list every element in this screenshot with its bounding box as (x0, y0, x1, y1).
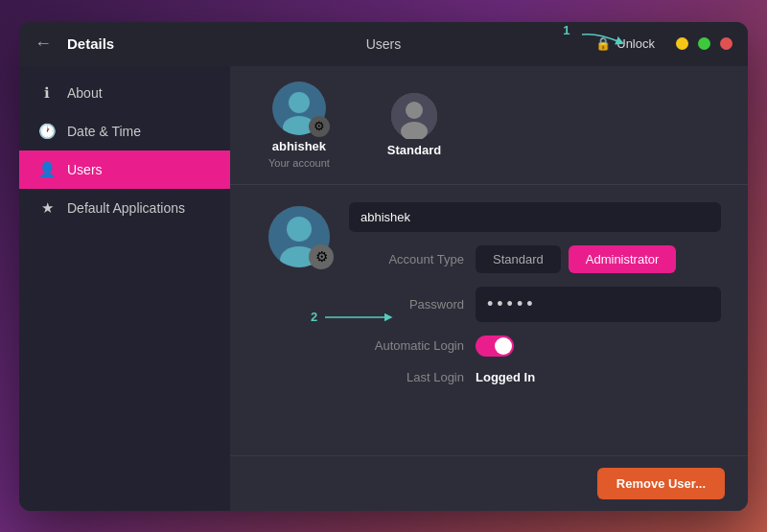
gear-badge-icon: ⚙ (309, 116, 330, 137)
svg-point-7 (287, 217, 312, 242)
last-login-field-row: Last Login Logged In (349, 370, 721, 384)
titlebar-controls: 1 🔒 Unlock (582, 36, 732, 51)
maximize-button[interactable] (698, 37, 710, 50)
username-field-row (349, 202, 721, 232)
sidebar-item-default-apps-label: Default Applications (67, 200, 185, 216)
arrow-2-icon (321, 308, 398, 327)
username-input[interactable] (349, 202, 721, 232)
svg-point-1 (289, 92, 310, 113)
titlebar-center-label: Users (366, 36, 402, 52)
annotation-2: 2 (311, 310, 317, 324)
sidebar-item-about-label: About (67, 85, 103, 101)
standard-user-card[interactable]: Standard (387, 93, 441, 157)
form-section: 2 (230, 185, 748, 455)
form-avatar-gear-icon: ⚙ (309, 244, 334, 269)
standard-user-avatar (391, 93, 437, 139)
window-title: Details (67, 35, 114, 52)
toggle-knob (495, 337, 512, 355)
primary-avatar-container: ⚙ (272, 81, 326, 135)
account-type-label: Account Type (349, 252, 464, 266)
form-with-avatar: ⚙ Account Type Standard (268, 202, 709, 384)
sidebar: ℹ About 🕐 Date & Time 👤 Users ★ Default … (19, 66, 230, 511)
sidebar-item-about[interactable]: ℹ About (19, 74, 230, 112)
auto-login-toggle[interactable] (476, 335, 514, 357)
password-field-row: Password (349, 287, 721, 322)
remove-user-button[interactable]: Remove User... (597, 468, 725, 499)
primary-user-name: abhishek (272, 139, 326, 153)
sidebar-item-datetime-label: Date & Time (67, 124, 141, 139)
info-icon: ℹ (38, 84, 56, 102)
close-button[interactable] (720, 37, 732, 50)
minimize-button[interactable] (676, 37, 688, 50)
main-window: ← Details Users 1 🔒 Unlock (19, 22, 748, 511)
auto-login-label: Automatic Login (349, 338, 464, 353)
password-input[interactable] (476, 287, 721, 322)
auto-login-toggle-container (476, 335, 514, 357)
titlebar: ← Details Users 1 🔒 Unlock (19, 22, 748, 66)
back-button[interactable]: ← (35, 34, 52, 54)
administrator-type-button[interactable]: Administrator (569, 245, 677, 273)
primary-user-card[interactable]: ⚙ abhishek Your account (268, 81, 330, 169)
account-type-buttons: Standard Administrator (476, 245, 676, 273)
account-type-field-row: Account Type Standard Administrator (349, 245, 721, 273)
users-icon: 👤 (38, 161, 56, 178)
auto-login-field-row: Automatic Login (349, 335, 721, 357)
primary-user-subtitle: Your account (268, 157, 330, 169)
star-icon: ★ (38, 199, 56, 217)
sidebar-item-users-label: Users (67, 162, 103, 177)
sidebar-item-datetime[interactable]: 🕐 Date & Time (19, 112, 230, 150)
arrow-1-icon (578, 31, 626, 50)
last-login-value: Logged In (476, 370, 535, 384)
main-panel: ⚙ abhishek Your account Standard (230, 66, 748, 511)
sidebar-item-default-apps[interactable]: ★ Default Applications (19, 189, 230, 227)
last-login-label: Last Login (349, 370, 464, 384)
annotation-1: 1 (563, 23, 569, 37)
form-fields: Account Type Standard Administrator Pass… (349, 202, 721, 384)
annotation-2-group: 2 (311, 308, 398, 327)
content-area: ℹ About 🕐 Date & Time 👤 Users ★ Default … (19, 66, 748, 511)
users-header: ⚙ abhishek Your account Standard (230, 66, 748, 185)
form-avatar: ⚙ (268, 206, 330, 267)
bottom-bar: Remove User... (230, 455, 748, 511)
clock-icon: 🕐 (38, 123, 56, 140)
standard-type-button[interactable]: Standard (476, 245, 561, 273)
svg-point-4 (406, 102, 423, 119)
standard-user-name: Standard (387, 143, 441, 157)
sidebar-item-users[interactable]: 👤 Users (19, 150, 230, 189)
